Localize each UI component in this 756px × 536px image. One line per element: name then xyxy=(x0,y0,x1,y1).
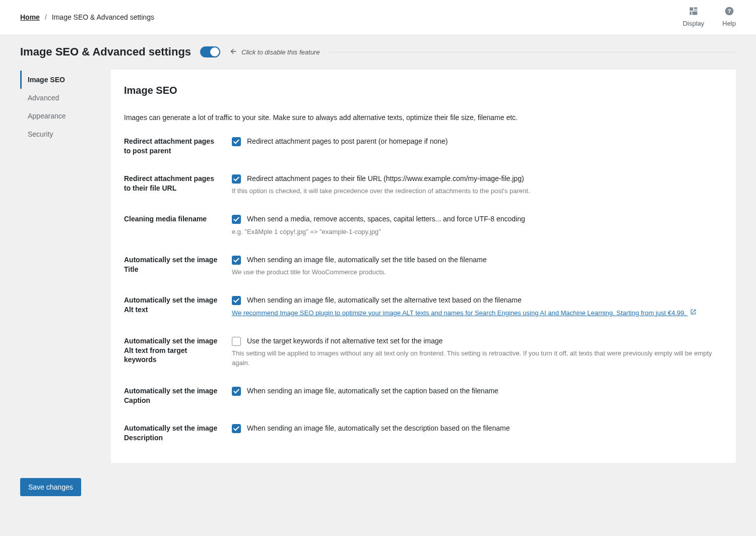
feature-toggle[interactable] xyxy=(200,46,220,57)
setting-label: Automatically set the image Alt text xyxy=(124,295,220,318)
setting-auto-alt-keywords: Automatically set the image Alt text fro… xyxy=(124,336,723,368)
setting-control: When send a media, remove accents, space… xyxy=(232,214,723,236)
arrow-left-icon xyxy=(229,47,237,57)
setting-control: When sending an image file, automaticall… xyxy=(232,386,723,405)
image-seo-plugin-link[interactable]: We recommend Image SEO plugin to optimiz… xyxy=(232,309,697,318)
checkbox-label: When sending an image file, automaticall… xyxy=(247,255,487,265)
external-link-icon xyxy=(690,309,697,318)
setting-control: When sending an image file, automaticall… xyxy=(232,255,723,277)
checkbox-label: Use the target keywords if not alternati… xyxy=(247,336,443,346)
setting-label: Automatically set the image Caption xyxy=(124,386,220,405)
checkbox-label: Redirect attachment pages to their file … xyxy=(247,174,524,184)
tab-appearance[interactable]: Appearance xyxy=(20,107,111,125)
setting-control: Use the target keywords if not alternati… xyxy=(232,336,723,368)
checkbox-auto-alt-keywords[interactable] xyxy=(232,337,241,346)
body-wrap: Image SEO Advanced Appearance Security I… xyxy=(0,70,756,478)
help-text: e.g. "ExãMple 1 cópy!.jpg" => "example-1… xyxy=(232,227,723,237)
tab-security[interactable]: Security xyxy=(20,125,111,143)
checkbox-redirect-file[interactable] xyxy=(232,174,241,184)
display-label: Display xyxy=(683,20,705,27)
checkbox-label: When sending an image file, automaticall… xyxy=(247,386,498,396)
setting-label: Cleaning media filename xyxy=(124,214,220,236)
tab-advanced[interactable]: Advanced xyxy=(20,89,111,107)
save-bar: Save changes xyxy=(0,478,756,516)
setting-label: Automatically set the image Description xyxy=(124,424,220,443)
checkbox-redirect-parent[interactable] xyxy=(232,137,241,146)
setting-control: Redirect attachment pages to their file … xyxy=(232,174,723,196)
setting-control: When sending an image file, automaticall… xyxy=(232,424,723,443)
setting-control: Redirect attachment pages to post parent… xyxy=(232,137,723,156)
setting-auto-title: Automatically set the image Title When s… xyxy=(124,255,723,277)
display-icon xyxy=(688,6,699,18)
checkbox-label: When sending an image file, automaticall… xyxy=(247,424,510,434)
tabs-sidebar: Image SEO Advanced Appearance Security xyxy=(20,70,111,143)
settings-panel: Image SEO Images can generate a lot of t… xyxy=(111,70,736,463)
main-area: Image SEO & Advanced settings Click to d… xyxy=(0,34,756,536)
link-text: We recommend Image SEO plugin to optimiz… xyxy=(232,309,686,317)
tab-image-seo[interactable]: Image SEO xyxy=(20,71,111,89)
help-text: This setting will be applied to images w… xyxy=(232,349,723,368)
setting-label: Automatically set the image Title xyxy=(124,255,220,277)
top-bar: Home / Image SEO & Advanced settings Dis… xyxy=(0,0,756,34)
help-icon: ? xyxy=(724,6,734,18)
setting-redirect-parent: Redirect attachment pages to post parent… xyxy=(124,137,723,156)
display-tool[interactable]: Display xyxy=(683,6,705,27)
checkbox-clean-filename[interactable] xyxy=(232,215,241,224)
panel-heading: Image SEO xyxy=(124,85,723,96)
toggle-hint: Click to disable this feature xyxy=(229,47,320,57)
setting-control: When sending an image file, automaticall… xyxy=(232,295,723,318)
setting-label: Automatically set the image Alt text fro… xyxy=(124,336,220,368)
breadcrumb-separator: / xyxy=(45,13,47,21)
checkbox-label: Redirect attachment pages to post parent… xyxy=(247,137,448,147)
help-tool[interactable]: ? Help xyxy=(722,6,736,27)
setting-auto-description: Automatically set the image Description … xyxy=(124,424,723,443)
save-button[interactable]: Save changes xyxy=(20,478,81,496)
setting-label: Redirect attachment pages to their file … xyxy=(124,174,220,196)
top-tools: Display ? Help xyxy=(683,6,736,27)
toggle-hint-text: Click to disable this feature xyxy=(241,48,320,56)
panel-description: Images can generate a lot of traffic to … xyxy=(124,113,723,122)
help-text: We use the product title for WooCommerce… xyxy=(232,268,723,277)
setting-auto-caption: Automatically set the image Caption When… xyxy=(124,386,723,405)
setting-auto-alt: Automatically set the image Alt text Whe… xyxy=(124,295,723,318)
breadcrumb: Home / Image SEO & Advanced settings xyxy=(20,6,154,21)
checkbox-auto-title[interactable] xyxy=(232,256,241,265)
checkbox-auto-description[interactable] xyxy=(232,424,241,433)
svg-text:?: ? xyxy=(727,8,731,14)
checkbox-auto-caption[interactable] xyxy=(232,387,241,396)
page-title: Image SEO & Advanced settings xyxy=(20,45,191,58)
title-row: Image SEO & Advanced settings Click to d… xyxy=(0,34,756,70)
breadcrumb-home-link[interactable]: Home xyxy=(20,13,40,21)
checkbox-label: When send a media, remove accents, space… xyxy=(247,214,525,224)
help-text: If this option is checked, it will take … xyxy=(232,187,723,196)
setting-redirect-file: Redirect attachment pages to their file … xyxy=(124,174,723,196)
help-label: Help xyxy=(722,20,736,27)
checkbox-auto-alt[interactable] xyxy=(232,296,241,305)
breadcrumb-current: Image SEO & Advanced settings xyxy=(52,13,154,21)
checkbox-label: When sending an image file, automaticall… xyxy=(247,295,522,306)
setting-clean-filename: Cleaning media filename When send a medi… xyxy=(124,214,723,236)
title-divider xyxy=(329,52,736,52)
setting-label: Redirect attachment pages to post parent xyxy=(124,137,220,156)
